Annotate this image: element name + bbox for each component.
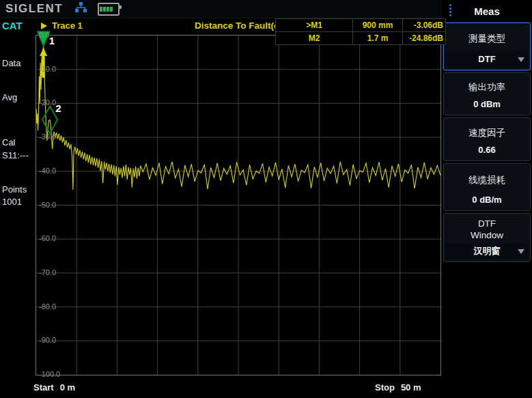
button-output-power[interactable]: 输出功率 0 dBm (443, 72, 531, 115)
chevron-down-icon (518, 57, 524, 62)
top-status-bar: SIGLENT (0, 0, 442, 18)
status-data: Data (2, 58, 20, 68)
button-label: 速度因子 (444, 127, 530, 139)
button-value: DTF (445, 51, 529, 68)
chevron-down-icon (518, 249, 524, 254)
trace-canvas: 12 (36, 35, 440, 375)
marker-distance: 1.7 m (353, 32, 403, 45)
button-label: 测量类型 (444, 33, 530, 44)
button-velocity-factor[interactable]: 速度因子 0.66 (443, 117, 531, 161)
menu-dots-icon[interactable] (449, 4, 451, 16)
marker-row-m1: >M1 900 mm -3.06dB (276, 19, 446, 32)
x-axis-stop: Stop 50 m (375, 382, 421, 393)
button-label: 线缆损耗 (444, 174, 530, 186)
mode-label: CAT (2, 20, 23, 31)
button-measure-type[interactable]: 测量类型 DTF (443, 23, 531, 70)
status-points-label: Points (2, 184, 27, 195)
siglent-logo: SIGLENT (5, 2, 63, 16)
status-avg: Avg (2, 92, 17, 102)
menu-header: Meas (442, 0, 532, 23)
button-label: 输出功率 (444, 81, 530, 93)
button-value: 0.66 (445, 142, 529, 158)
x-axis-start: Start 0 m (33, 382, 75, 393)
button-cable-loss[interactable]: 线缆损耗 0 dB/m (443, 163, 531, 211)
trace-arrow-icon (41, 23, 47, 29)
button-value: 0 dBm (445, 96, 529, 113)
start-label: Start (33, 382, 54, 393)
svg-text:2: 2 (55, 102, 61, 114)
button-dtf-window[interactable]: DTF Window 汉明窗 (443, 213, 531, 262)
trace-selector[interactable]: Trace 1 (41, 20, 83, 31)
button-value: 汉明窗 (445, 243, 529, 259)
trace-label: Trace 1 (52, 20, 83, 31)
stop-value: 50 m (401, 382, 421, 393)
status-cal: Cal (2, 137, 16, 147)
dtf-trace-plot[interactable]: 0.0-10.0-20.0-30.0-40.0-50.0-60.0-70.0-8… (36, 35, 441, 375)
svg-text:1: 1 (49, 35, 55, 46)
marker-distance: 900 mm (353, 19, 403, 32)
menu-title: Meas (474, 5, 500, 17)
start-value: 0 m (60, 382, 75, 393)
button-label-line1: DTF (444, 218, 530, 229)
marker-amplitude: -3.06dB (403, 19, 446, 32)
marker-name: >M1 (276, 19, 353, 32)
status-points-value: 1001 (2, 197, 22, 207)
button-label-line2: Window (444, 229, 530, 241)
marker-row-m2: M2 1.7 m -24.86dB (276, 32, 446, 45)
marker-readout-table: >M1 900 mm -3.06dB M2 1.7 m -24.86dB (275, 18, 446, 45)
lan-network-icon (75, 2, 87, 16)
marker-name: M2 (276, 32, 353, 45)
status-s11: S11:--- (2, 150, 29, 160)
softkey-menu: Meas 测量类型 DTF 输出功率 0 dBm 速度因子 0.66 线缆损耗 … (442, 0, 532, 398)
marker-amplitude: -24.86dB (403, 32, 446, 45)
battery-icon (98, 3, 120, 16)
button-value: 0 dB/m (445, 192, 529, 208)
stop-label: Stop (375, 382, 395, 393)
